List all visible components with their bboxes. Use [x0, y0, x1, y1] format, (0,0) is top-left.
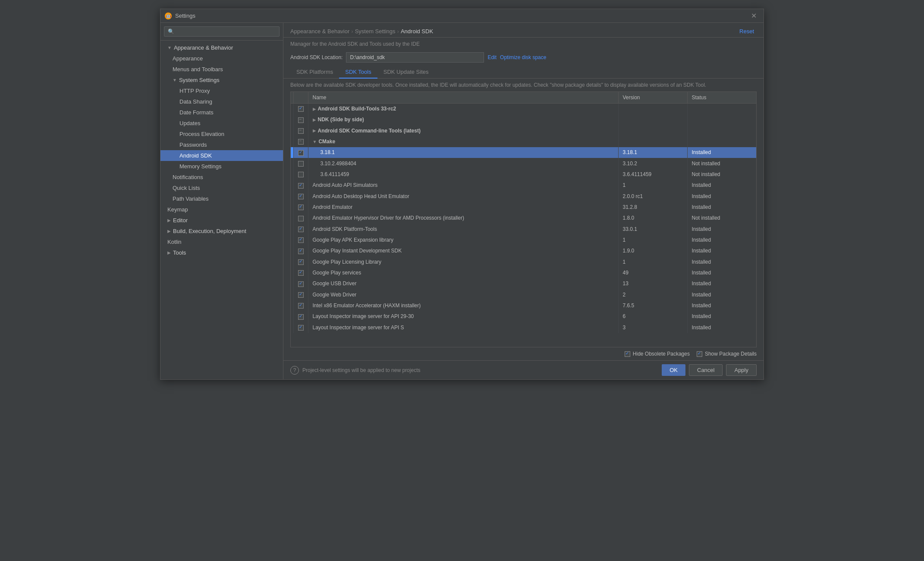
- table-row[interactable]: ▶NDK (Side by side): [291, 114, 756, 125]
- row-status: Not installed: [687, 213, 756, 224]
- row-name: Google Web Driver: [308, 289, 618, 300]
- row-name: Android Emulator Hypervisor Driver for A…: [308, 213, 618, 224]
- sidebar-items-list: ▼ Appearance & Behavior Appearance Menus…: [160, 41, 283, 379]
- row-checkbox[interactable]: [298, 139, 304, 145]
- row-name-text: Google Play Licensing Library: [313, 259, 381, 265]
- table-row[interactable]: Google Play services49Installed: [291, 267, 756, 278]
- row-checkbox[interactable]: [298, 249, 304, 254]
- table-row[interactable]: ▼CMake: [291, 136, 756, 147]
- table-row[interactable]: Android Emulator31.2.8Installed: [291, 202, 756, 212]
- row-checkbox[interactable]: [298, 227, 304, 232]
- table-row[interactable]: Android Emulator Hypervisor Driver for A…: [291, 213, 756, 224]
- row-checkbox-cell: [293, 125, 308, 136]
- hide-obsolete-checkbox[interactable]: [625, 351, 630, 357]
- sidebar-item-path-variables[interactable]: Path Variables: [160, 193, 283, 204]
- sidebar-item-quick-lists[interactable]: Quick Lists: [160, 183, 283, 193]
- row-checkbox[interactable]: [298, 117, 304, 123]
- row-checkbox[interactable]: [298, 194, 304, 199]
- row-checkbox[interactable]: [298, 292, 304, 298]
- search-input[interactable]: [164, 26, 280, 37]
- sdk-location-input[interactable]: [346, 52, 484, 63]
- row-checkbox[interactable]: [298, 150, 304, 156]
- table-row[interactable]: Google Play Instant Development SDK1.9.0…: [291, 246, 756, 256]
- table-row[interactable]: Layout Inspector image server for API 29…: [291, 311, 756, 322]
- expand-arrow: ▶: [167, 229, 171, 233]
- row-checkbox[interactable]: [298, 106, 304, 112]
- table-row[interactable]: Android Auto Desktop Head Unit Emulator2…: [291, 191, 756, 202]
- close-button[interactable]: ✕: [748, 11, 759, 21]
- row-checkbox[interactable]: [298, 172, 304, 177]
- sidebar-item-http-proxy[interactable]: HTTP Proxy: [160, 85, 283, 96]
- tab-sdk-platforms[interactable]: SDK Platforms: [290, 66, 339, 79]
- sidebar-item-passwords[interactable]: Passwords: [160, 139, 283, 150]
- row-checkbox[interactable]: [298, 237, 304, 243]
- sdk-location-edit-button[interactable]: Edit: [487, 54, 497, 60]
- table-row[interactable]: 3.18.13.18.1Installed: [291, 147, 756, 158]
- table-row[interactable]: 3.6.41114593.6.4111459Not installed: [291, 169, 756, 180]
- apply-button[interactable]: Apply: [726, 364, 757, 376]
- sidebar-item-android-sdk[interactable]: Android SDK: [160, 150, 283, 161]
- table-row[interactable]: Intel x86 Emulator Accelerator (HAXM ins…: [291, 300, 756, 311]
- sidebar-item-memory-settings[interactable]: Memory Settings: [160, 161, 283, 172]
- tabs-bar: SDK Platforms SDK Tools SDK Update Sites: [283, 66, 764, 79]
- reset-button[interactable]: Reset: [737, 27, 757, 35]
- sidebar-item-tools[interactable]: ▶ Tools: [160, 247, 283, 258]
- cancel-button[interactable]: Cancel: [689, 364, 723, 376]
- row-version: 33.0.1: [618, 224, 687, 234]
- row-checkbox[interactable]: [298, 259, 304, 265]
- row-name: Google Play APK Expansion library: [308, 234, 618, 245]
- sidebar-item-appearance-behavior[interactable]: ▼ Appearance & Behavior: [160, 42, 283, 53]
- row-checkbox-cell: [293, 158, 308, 169]
- sidebar-item-appearance[interactable]: Appearance: [160, 53, 283, 64]
- table-row[interactable]: Google Play Licensing Library1Installed: [291, 256, 756, 267]
- expand-arrow-icon[interactable]: ▼: [313, 139, 317, 144]
- sidebar-item-keymap[interactable]: Keymap: [160, 204, 283, 215]
- row-checkbox[interactable]: [298, 183, 304, 189]
- table-row[interactable]: Android Auto API Simulators1Installed: [291, 180, 756, 191]
- sidebar-item-date-formats[interactable]: Date Formats: [160, 107, 283, 118]
- sdk-location-optimize-button[interactable]: Optimize disk space: [500, 54, 546, 60]
- expand-arrow: ▼: [167, 45, 172, 50]
- table-row[interactable]: Layout Inspector image server for API S3…: [291, 322, 756, 333]
- tab-sdk-tools[interactable]: SDK Tools: [339, 66, 377, 79]
- row-checkbox[interactable]: [298, 216, 304, 221]
- row-checkbox[interactable]: [298, 303, 304, 309]
- sidebar-item-notifications[interactable]: Notifications: [160, 172, 283, 183]
- expand-arrow-icon[interactable]: ▶: [313, 117, 316, 122]
- table-row[interactable]: ▶Android SDK Build-Tools 33-rc2: [291, 104, 756, 114]
- sidebar-item-build-execution[interactable]: ▶ Build, Execution, Deployment: [160, 226, 283, 236]
- row-checkbox[interactable]: [298, 128, 304, 134]
- row-status: Not installed: [687, 158, 756, 169]
- expand-arrow-icon[interactable]: ▶: [313, 107, 316, 111]
- row-version: 3.6.4111459: [618, 169, 687, 180]
- sidebar-item-updates[interactable]: Updates: [160, 118, 283, 129]
- row-version: 3.10.2: [618, 158, 687, 169]
- row-name: 3.6.4111459: [308, 169, 618, 180]
- expand-arrow-icon[interactable]: ▶: [313, 128, 316, 133]
- sidebar-item-editor[interactable]: ▶ Editor: [160, 215, 283, 226]
- table-row[interactable]: Google Play APK Expansion library1Instal…: [291, 234, 756, 245]
- ok-button[interactable]: OK: [662, 364, 685, 376]
- sidebar-item-menus-toolbars[interactable]: Menus and Toolbars: [160, 64, 283, 75]
- table-row[interactable]: Google Web Driver2Installed: [291, 289, 756, 300]
- sidebar-item-data-sharing[interactable]: Data Sharing: [160, 96, 283, 107]
- sidebar-item-kotlin[interactable]: Kotlin: [160, 236, 283, 247]
- row-checkbox[interactable]: [298, 325, 304, 331]
- table-row[interactable]: ▶Android SDK Command-line Tools (latest): [291, 125, 756, 136]
- row-checkbox[interactable]: [298, 205, 304, 210]
- table-row[interactable]: 3.10.2.49884043.10.2Not installed: [291, 158, 756, 169]
- row-checkbox[interactable]: [298, 270, 304, 276]
- row-checkbox[interactable]: [298, 314, 304, 320]
- row-status: Installed: [687, 191, 756, 202]
- sidebar-item-process-elevation[interactable]: Process Elevation: [160, 129, 283, 139]
- row-checkbox[interactable]: [298, 161, 304, 167]
- table-row[interactable]: Google USB Driver13Installed: [291, 278, 756, 289]
- row-checkbox[interactable]: [298, 281, 304, 287]
- tab-sdk-update-sites[interactable]: SDK Update Sites: [377, 66, 435, 79]
- expand-arrow: ▶: [167, 218, 171, 223]
- table-row[interactable]: Android SDK Platform-Tools33.0.1Installe…: [291, 224, 756, 234]
- row-status: Not installed: [687, 169, 756, 180]
- help-button[interactable]: ?: [290, 366, 299, 375]
- sidebar-item-system-settings[interactable]: ▼ System Settings: [160, 75, 283, 85]
- show-package-details-checkbox[interactable]: [697, 351, 702, 357]
